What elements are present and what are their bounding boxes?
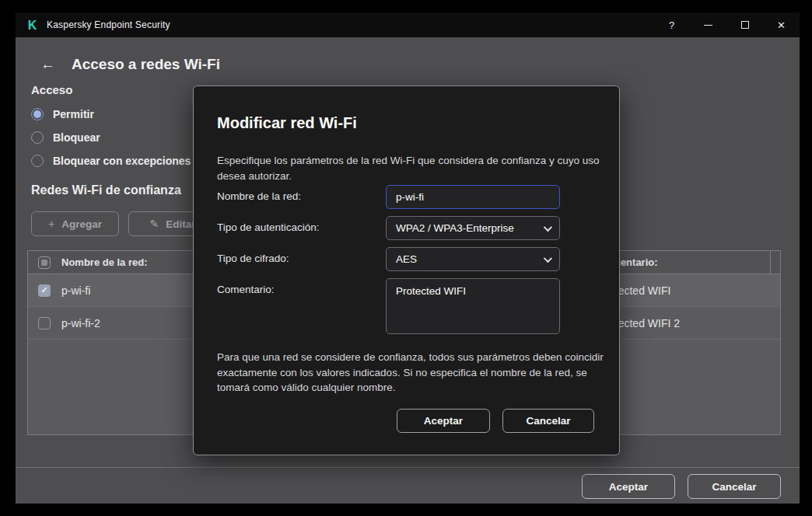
encryption-type-dropdown[interactable]: AES	[386, 247, 560, 271]
minimize-button[interactable]	[690, 12, 726, 37]
footer-accept-button[interactable]: Aceptar	[582, 474, 675, 499]
chevron-down-icon	[544, 253, 552, 262]
kaspersky-logo-icon: K	[26, 19, 39, 32]
title-bar: K Kaspersky Endpoint Security ? ✕	[16, 12, 800, 37]
radio-bloquear-excepciones[interactable]: Bloquear con excepciones	[31, 153, 191, 169]
pencil-icon: ✎	[150, 218, 159, 230]
select-all-checkbox[interactable]	[38, 256, 51, 269]
radio-label: Permitir	[53, 108, 94, 120]
titlebar-controls: ? ✕	[653, 12, 800, 37]
row-checkbox-checked[interactable]: ✓	[38, 284, 51, 297]
plus-icon: +	[48, 218, 54, 230]
network-name-cell: p-wi-fi	[61, 284, 90, 297]
dialog-cancel-button[interactable]: Cancelar	[502, 409, 594, 433]
close-button[interactable]: ✕	[763, 12, 800, 37]
add-network-button[interactable]: + Agregar	[31, 211, 119, 236]
access-heading: Acceso	[31, 83, 72, 96]
radio-unselected-icon	[31, 131, 44, 144]
page-header: ← Acceso a redes Wi-Fi	[40, 56, 220, 73]
radio-selected-icon	[31, 108, 44, 120]
minimize-icon	[704, 25, 712, 26]
help-button[interactable]: ?	[653, 12, 690, 37]
dialog-title: Modificar red Wi-Fi	[217, 114, 357, 132]
column-header-comment: Comentario:	[598, 256, 780, 268]
encryption-type-value: AES	[396, 253, 417, 265]
auth-type-label: Tipo de autenticación:	[217, 221, 320, 233]
radio-permitir[interactable]: Permitir	[31, 106, 94, 122]
trusted-networks-heading: Redes Wi-Fi de confianza	[31, 183, 181, 197]
comment-label: Comentario:	[217, 284, 275, 295]
dialog-description: Especifique los parámetros de la red Wi-…	[217, 153, 606, 183]
chevron-down-icon	[544, 222, 552, 231]
radio-unselected-icon	[31, 155, 44, 167]
network-name-label: Nombre de la red:	[217, 190, 301, 202]
footer-cancel-button[interactable]: Cancelar	[688, 474, 781, 499]
radio-label: Bloquear	[53, 131, 100, 144]
auth-type-value: WPA2 / WPA3-Enterprise	[396, 222, 514, 234]
comment-textarea[interactable]: Protected WIFI	[386, 278, 560, 334]
dialog-accept-button[interactable]: Aceptar	[397, 409, 490, 433]
encryption-type-label: Tipo de cifrado:	[217, 253, 289, 264]
window-footer: Aceptar Cancelar	[16, 467, 800, 504]
edit-wifi-dialog: Modificar red Wi-Fi Especifique los pará…	[193, 85, 620, 455]
page-title: Acceso a redes Wi-Fi	[72, 56, 220, 73]
edit-button-label: Editar	[166, 218, 195, 230]
network-name-cell: p-wi-fi-2	[61, 317, 100, 329]
network-name-input[interactable]	[386, 185, 560, 209]
screen-background: K Kaspersky Endpoint Security ? ✕ ← Acce…	[0, 0, 812, 516]
radio-label: Bloquear con excepciones	[53, 155, 191, 167]
maximize-button[interactable]	[726, 12, 763, 37]
row-checkbox-unchecked[interactable]	[38, 317, 51, 329]
scrollbar-gutter	[770, 251, 771, 274]
column-header-name: Nombre de la red:	[61, 256, 148, 268]
auth-type-dropdown[interactable]: WPA2 / WPA3-Enterprise	[386, 216, 560, 240]
radio-bloquear[interactable]: Bloquear	[31, 130, 100, 145]
back-arrow-icon[interactable]: ←	[40, 56, 59, 73]
maximize-icon	[741, 21, 749, 29]
window-title: Kaspersky Endpoint Security	[47, 19, 170, 30]
add-button-label: Agregar	[61, 218, 102, 230]
dialog-note: Para que una red se considere de confian…	[217, 350, 606, 396]
